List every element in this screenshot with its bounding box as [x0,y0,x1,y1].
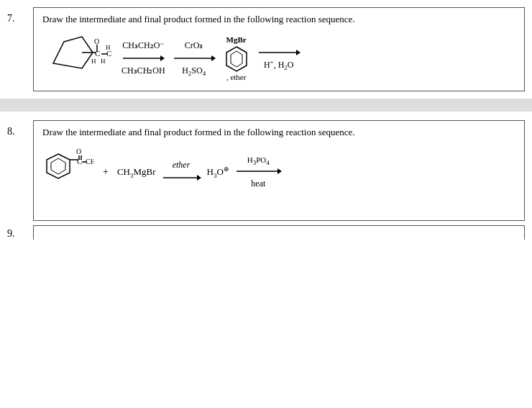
step2-below: H2SO4 [182,65,206,76]
q8-arrow2 [235,164,282,178]
svg-text:O: O [94,37,99,45]
q8-step1: ether [162,160,201,185]
step1-above: CH₃CH₂O⁻ [122,40,164,51]
svg-marker-19 [51,158,65,174]
section-divider [0,99,532,112]
cyclopentane-structure: O C C H H H [42,31,114,85]
step3-reagent: H+, H2O [257,45,301,71]
svg-text:CH: CH [86,158,94,166]
step2-arrow [173,51,216,65]
step2-reagent: CrO₃ H2SO4 [173,40,216,76]
svg-marker-14 [226,47,247,71]
svg-marker-29 [197,175,201,181]
svg-text:O: O [76,148,81,155]
svg-marker-15 [231,51,242,67]
q8-ether-label: ether [173,160,191,171]
benzene-mgbr: MgBr , ether [223,35,250,81]
svg-marker-31 [278,168,282,174]
q8-h3o: H3O⊕ [207,166,229,178]
step2-above: CrO₃ [185,40,203,51]
q8-reactant1: O C CH 3 [42,147,94,197]
svg-marker-13 [211,55,216,61]
step1-reagent: CH₃CH₂O⁻ CH₃CH₂OH [121,40,165,76]
benzene-structure [223,45,250,73]
svg-marker-18 [47,154,70,178]
question-7-instruction: Draw the intermediate and final product … [42,14,515,25]
question-8-instruction: Draw the intermediate and final product … [42,127,515,138]
svg-marker-17 [296,50,301,55]
q8-heat: heat [251,178,265,189]
step1-below: CH₃CH₂OH [121,65,165,76]
q8-h3po4: H3PO4 [247,155,270,164]
svg-text:C: C [77,157,82,166]
step3-arrow [257,45,301,60]
question-number-9: 9. [7,225,33,240]
q8-reactant2: CH3MgBr [117,166,156,178]
plus-sign: + [103,166,109,178]
question-number-8: 8. [7,120,33,221]
svg-marker-11 [160,55,165,61]
svg-text:H: H [91,58,96,65]
q8-arrow1 [162,171,201,185]
ether-label: , ether [226,73,246,81]
svg-text:H: H [101,58,106,65]
svg-text:C: C [95,49,100,58]
question-number-7: 7. [7,7,33,91]
mgbr-label: MgBr [226,35,247,44]
q8-step2: H3PO4 heat [235,155,282,189]
step1-arrow [121,51,165,65]
q8-benzene-ketone: O C CH 3 [42,147,94,197]
step3-below: H+, H2O [264,60,294,71]
svg-text:H: H [106,44,111,51]
